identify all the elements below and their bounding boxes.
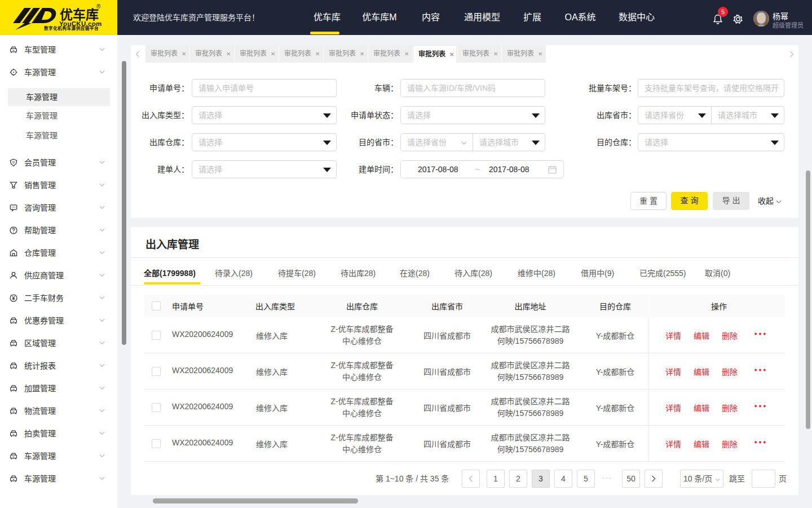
- svg-text:数字化机构车源供应链平台: 数字化机构车源供应链平台: [44, 25, 99, 31]
- svg-text:®: ®: [96, 3, 101, 10]
